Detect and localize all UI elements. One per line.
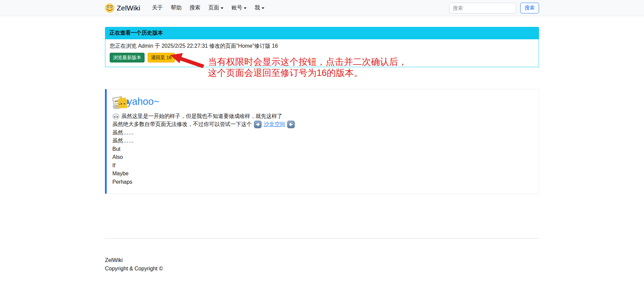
- history-version-panel: 正在查看一个历史版本 您正在浏览 Admin 于 2025/2/25 22:27…: [105, 27, 539, 67]
- chevron-down-icon: [262, 7, 264, 9]
- search-input[interactable]: [449, 3, 516, 13]
- content-line-sandbox: 虽然绝大多数自带页面无法修改，不过你可以尝试一下这个 沙盒空间: [112, 120, 532, 129]
- top-navbar: ZelWiki 关于 帮助 搜索 页面 账号 我 搜索: [0, 0, 644, 16]
- nav-item-about[interactable]: 关于: [149, 2, 166, 13]
- history-panel-title: 正在查看一个历史版本: [105, 27, 539, 39]
- wiki-page-card: wo yahoo~: [105, 89, 539, 194]
- chevron-down-icon: [244, 7, 247, 9]
- cat-typing-laptop-icon: wo: [112, 95, 128, 109]
- left-arrow-emoji-icon: [287, 121, 295, 128]
- annotation-line-2: 这个页面会退回至修订号为16的版本。: [208, 68, 407, 79]
- footer-site-name: ZelWiki: [105, 256, 539, 264]
- huaji-smiley-logo-icon: [105, 3, 114, 13]
- content-line: 虽然……: [112, 129, 532, 137]
- footer-divider: [105, 238, 539, 238]
- page-title: wo yahoo~: [112, 95, 532, 109]
- chevron-down-icon: [221, 7, 223, 9]
- history-info-text: 您正在浏览 Admin 于 2025/2/25 22:27:31 修改的页面"H…: [110, 43, 534, 50]
- footer-copyright: Copyright & Copyright ©: [105, 264, 539, 273]
- right-arrow-emoji-icon: [254, 121, 262, 128]
- sandbox-link[interactable]: 沙盒空间: [264, 120, 285, 129]
- page-content: 虽然这里是一开始的样子，但是我也不知道要做成啥样，就先这样了 虽然绝大多数自带页…: [112, 112, 532, 186]
- nav-item-search[interactable]: 搜索: [186, 2, 203, 13]
- nav-item-help[interactable]: 帮助: [168, 2, 184, 13]
- revert-to-revision-button[interactable]: 退回至 16: [148, 53, 175, 62]
- content-intro-text: 虽然这里是一开始的样子，但是我也不知道要做成啥样，就先这样了: [121, 112, 282, 121]
- eyes-emoji-icon: [112, 113, 119, 120]
- content-line: 虽然这里是一开始的样子，但是我也不知道要做成啥样，就先这样了: [112, 112, 532, 121]
- content-line: If: [112, 162, 532, 170]
- nav-dropdown-me[interactable]: 我: [252, 2, 267, 13]
- page-title-text: yahoo~: [127, 96, 159, 107]
- navbar-search-form: 搜索: [449, 3, 539, 13]
- history-actions: 浏览最新版本 退回至 16: [110, 53, 534, 62]
- content-line: 虽然……: [112, 137, 532, 145]
- nav-menu: 关于 帮助 搜索 页面 账号 我: [149, 2, 267, 13]
- content-line: Perhaps: [112, 178, 532, 186]
- search-button[interactable]: 搜索: [520, 3, 539, 13]
- brand-link[interactable]: ZelWiki: [105, 3, 140, 13]
- svg-text:wo: wo: [114, 99, 118, 103]
- brand-title: ZelWiki: [117, 4, 140, 12]
- footer: ZelWiki Copyright & Copyright ©: [105, 256, 539, 306]
- nav-dropdown-pages[interactable]: 页面: [205, 2, 226, 13]
- content-line: But: [112, 145, 532, 154]
- content-line: Maybe: [112, 170, 532, 178]
- nav-dropdown-account[interactable]: 账号: [228, 2, 250, 13]
- sandbox-prefix-text: 虽然绝大多数自带页面无法修改，不过你可以尝试一下这个: [112, 120, 252, 129]
- history-panel-body: 您正在浏览 Admin 于 2025/2/25 22:27:31 修改的页面"H…: [105, 39, 539, 67]
- view-latest-version-button[interactable]: 浏览最新版本: [110, 53, 145, 62]
- content-line: Also: [112, 153, 532, 162]
